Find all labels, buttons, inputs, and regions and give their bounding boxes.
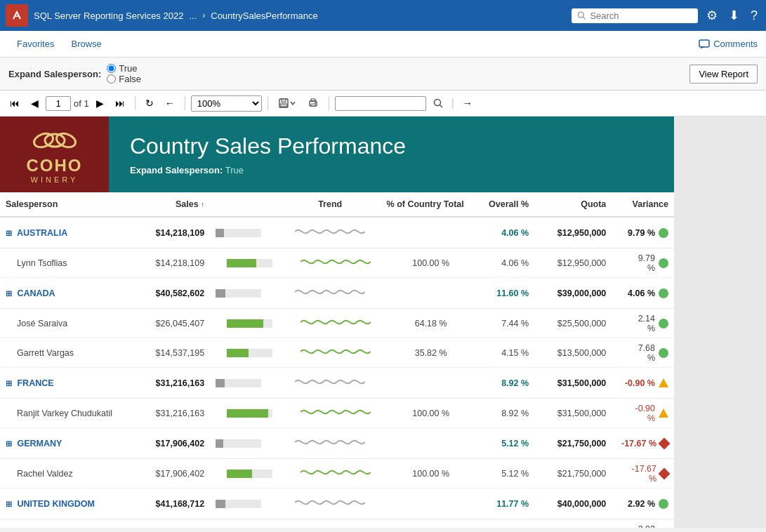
print-button[interactable] (303, 95, 323, 112)
country-variance: 9.79 % (612, 217, 674, 248)
salesperson-pct: 100.00 % (378, 248, 471, 278)
trend-header: Trend (282, 192, 379, 217)
comments-button[interactable]: Comments (699, 39, 758, 49)
indicator-red (659, 437, 671, 449)
salesperson-name-cell: Garrett Vargas (0, 338, 125, 368)
indicator-yellow (659, 378, 668, 387)
favorites-link[interactable]: Favorites (8, 31, 62, 57)
salesperson-variance: -17.67 % (612, 459, 674, 488)
expand-button[interactable]: ⊞ (6, 289, 12, 298)
expand-button[interactable]: ⊞ (6, 439, 12, 448)
country-row: ⊞ CANADA $40,582,602 11.60 % $39,000,000… (0, 278, 674, 309)
first-page-button[interactable]: ⏮ (6, 95, 24, 112)
zoom-select[interactable]: 100% 50% 75% 125% 150% 200% Page Width W… (191, 95, 262, 112)
find-next-button[interactable]: → (458, 95, 477, 112)
salesperson-variance-value: 7.68 % (628, 343, 655, 363)
salesperson-trend (282, 338, 379, 368)
search-icon (577, 11, 586, 20)
winery-text: WINERY (31, 175, 79, 184)
country-label: GERMANY (17, 439, 62, 448)
country-label: AUSTRALIA (17, 228, 67, 238)
salesperson-name-cell: José Saraiva (0, 309, 125, 338)
comments-label: Comments (713, 39, 758, 49)
country-overall: 5.12 % (472, 428, 534, 459)
country-sales: $40,582,602 (125, 278, 210, 309)
expand-button[interactable]: ⊞ (6, 229, 12, 237)
svg-point-11 (434, 100, 440, 106)
country-name-cell: ⊞ CANADA (0, 278, 125, 309)
search-input[interactable] (590, 11, 692, 21)
salesperson-quota: $31,500,000 (534, 399, 612, 428)
true-radio-option[interactable]: True (107, 63, 141, 74)
expand-button[interactable]: ⊞ (6, 379, 12, 387)
country-quota: $39,000,000 (534, 278, 612, 309)
save-button[interactable] (274, 95, 301, 112)
country-variance-value: -17.67 % (621, 439, 656, 448)
salesperson-bar (210, 309, 282, 338)
country-pct (378, 428, 471, 459)
top-navigation-bar: SQL Server Reporting Services 2022 ... ›… (0, 0, 766, 31)
search-box[interactable] (572, 8, 698, 23)
country-name-cell: ⊞ AUSTRALIA (0, 217, 125, 248)
sales-header[interactable]: Sales ↑ (125, 192, 210, 217)
salesperson-sales: $14,218,109 (125, 248, 210, 278)
coho-text: COHO (27, 157, 83, 174)
table-body: ⊞ AUSTRALIA $14,218,109 4.06 % $12,950,0… (0, 217, 674, 528)
country-name-cell: ⊞ UNITED KINGDOM (0, 488, 125, 519)
false-radio-input[interactable] (107, 74, 116, 84)
page-number-input[interactable] (46, 96, 71, 111)
country-trend (282, 368, 379, 399)
help-button[interactable]: ? (748, 6, 760, 26)
last-page-button[interactable]: ⏭ (111, 95, 129, 112)
country-overall: 4.06 % (472, 217, 534, 248)
country-row: ⊞ UNITED KINGDOM $41,168,712 11.77 % $40… (0, 488, 674, 519)
browse-link[interactable]: Browse (62, 31, 110, 57)
true-radio-input[interactable] (107, 64, 116, 73)
salesperson-variance-value: -17.67 % (628, 464, 656, 484)
country-quota: $31,500,000 (534, 368, 612, 399)
expand-button[interactable]: ⊞ (6, 500, 12, 508)
indicator-green (659, 319, 668, 328)
country-label: FRANCE (17, 378, 53, 388)
svg-rect-9 (311, 104, 315, 106)
svg-rect-8 (311, 99, 315, 101)
save-dropdown-icon (289, 100, 296, 107)
salesperson-quota: $13,500,000 (534, 338, 612, 368)
secondary-navigation: Favorites Browse Comments (0, 31, 766, 58)
salesperson-bar (210, 459, 282, 488)
indicator-green (659, 228, 668, 238)
svg-point-1 (578, 12, 583, 18)
download-button[interactable]: ⬇ (726, 5, 742, 26)
salesperson-bar (210, 338, 282, 368)
salesperson-quota: $21,750,000 (534, 459, 612, 488)
country-bar (210, 278, 282, 309)
country-sales: $31,216,163 (125, 368, 210, 399)
prev-page-button[interactable]: ◀ (27, 95, 43, 112)
country-variance-value: 2.92 % (628, 499, 655, 509)
settings-button[interactable]: ⚙ (704, 5, 720, 26)
report-area[interactable]: COHO WINERY Country Sales Performance Ex… (0, 117, 766, 528)
toolbar-separator-2 (185, 96, 185, 110)
view-report-button[interactable]: View Report (689, 65, 758, 84)
country-variance: 4.06 % (612, 278, 674, 309)
salesperson-pct: 35.82 % (378, 338, 471, 368)
next-page-button[interactable]: ▶ (92, 95, 108, 112)
salesperson-sales: $31,216,163 (125, 399, 210, 428)
salesperson-sales: $17,906,402 (125, 459, 210, 488)
refresh-button[interactable]: ↻ (141, 95, 158, 112)
toolbar-separator-3 (268, 96, 268, 110)
find-text-input[interactable] (335, 96, 426, 111)
salesperson-trend (282, 459, 379, 488)
find-button[interactable] (429, 95, 447, 111)
save-icon (278, 98, 289, 109)
indicator-green (659, 499, 668, 509)
false-radio-option[interactable]: False (107, 74, 141, 84)
country-bar (210, 488, 282, 519)
true-radio-label: True (119, 63, 137, 74)
country-quota: $12,950,000 (534, 217, 612, 248)
indicator-red (659, 467, 671, 479)
svg-line-2 (583, 17, 585, 19)
country-overall: 11.77 % (472, 488, 534, 519)
salesperson-quota: $40,000,000 (534, 519, 612, 528)
back-button[interactable]: ← (161, 95, 179, 112)
